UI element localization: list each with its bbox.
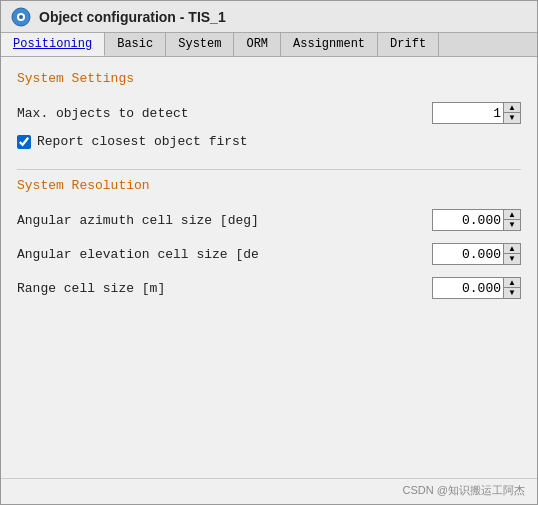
angular-azimuth-up-button[interactable]: ▲ — [504, 210, 520, 220]
max-objects-label: Max. objects to detect — [17, 106, 432, 121]
report-closest-row: Report closest object first — [17, 130, 521, 153]
angular-azimuth-spinbox-buttons: ▲ ▼ — [503, 210, 520, 230]
report-closest-label: Report closest object first — [37, 134, 248, 149]
angular-azimuth-input[interactable] — [433, 210, 503, 230]
system-settings-section: System Settings Max. objects to detect ▲… — [17, 71, 521, 153]
watermark-text: CSDN @知识搬运工阿杰 — [403, 483, 525, 498]
tab-bar: Positioning Basic System ORM Assignment … — [1, 33, 537, 57]
window-title: Object configuration - TIS_1 — [39, 9, 226, 25]
range-down-button[interactable]: ▼ — [504, 288, 520, 298]
angular-elevation-up-button[interactable]: ▲ — [504, 244, 520, 254]
range-spinbox-buttons: ▲ ▼ — [503, 278, 520, 298]
tab-system[interactable]: System — [166, 33, 234, 56]
svg-point-2 — [19, 15, 23, 19]
window-icon — [11, 7, 31, 27]
max-objects-input[interactable] — [433, 103, 503, 123]
angular-elevation-row: Angular elevation cell size [de ▲ ▼ — [17, 237, 521, 271]
range-spinbox[interactable]: ▲ ▼ — [432, 277, 521, 299]
tab-positioning[interactable]: Positioning — [1, 33, 105, 56]
tab-basic[interactable]: Basic — [105, 33, 166, 56]
footer: CSDN @知识搬运工阿杰 — [1, 478, 537, 504]
angular-elevation-spinbox-buttons: ▲ ▼ — [503, 244, 520, 264]
system-settings-title: System Settings — [17, 71, 521, 86]
section-divider — [17, 169, 521, 170]
tab-orm[interactable]: ORM — [234, 33, 281, 56]
max-objects-up-button[interactable]: ▲ — [504, 103, 520, 113]
system-resolution-section: System Resolution Angular azimuth cell s… — [17, 178, 521, 305]
angular-azimuth-row: Angular azimuth cell size [deg] ▲ ▼ — [17, 203, 521, 237]
range-up-button[interactable]: ▲ — [504, 278, 520, 288]
range-row: Range cell size [m] ▲ ▼ — [17, 271, 521, 305]
tab-drift[interactable]: Drift — [378, 33, 439, 56]
max-objects-spinbox-buttons: ▲ ▼ — [503, 103, 520, 123]
range-label: Range cell size [m] — [17, 281, 432, 296]
angular-elevation-spinbox[interactable]: ▲ ▼ — [432, 243, 521, 265]
system-resolution-title: System Resolution — [17, 178, 521, 193]
tab-assignment[interactable]: Assignment — [281, 33, 378, 56]
angular-elevation-label: Angular elevation cell size [de — [17, 247, 432, 262]
angular-azimuth-spinbox[interactable]: ▲ ▼ — [432, 209, 521, 231]
angular-elevation-down-button[interactable]: ▼ — [504, 254, 520, 264]
title-bar: Object configuration - TIS_1 — [1, 1, 537, 33]
max-objects-row: Max. objects to detect ▲ ▼ — [17, 96, 521, 130]
angular-elevation-input[interactable] — [433, 244, 503, 264]
max-objects-spinbox[interactable]: ▲ ▼ — [432, 102, 521, 124]
angular-azimuth-down-button[interactable]: ▼ — [504, 220, 520, 230]
range-input[interactable] — [433, 278, 503, 298]
angular-azimuth-label: Angular azimuth cell size [deg] — [17, 213, 432, 228]
report-closest-checkbox[interactable] — [17, 135, 31, 149]
max-objects-down-button[interactable]: ▼ — [504, 113, 520, 123]
content-area: System Settings Max. objects to detect ▲… — [1, 57, 537, 478]
